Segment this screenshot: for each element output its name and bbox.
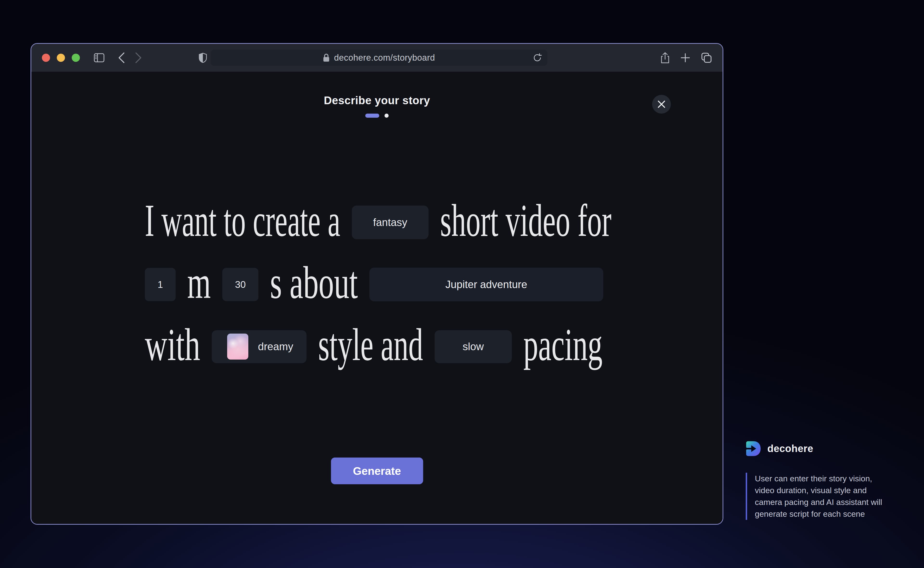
description-line: video duration, visual style and xyxy=(755,485,895,496)
madlib-row-1: I want to create a fantasy short video f… xyxy=(145,205,612,239)
close-button[interactable] xyxy=(652,95,671,113)
browser-toolbar: decohere.com/storyboard xyxy=(31,44,723,72)
reload-icon[interactable] xyxy=(532,53,542,63)
tab-overview-icon[interactable] xyxy=(701,52,712,63)
forward-icon[interactable] xyxy=(135,52,142,63)
decohere-logo-icon xyxy=(746,440,761,457)
traffic-light-minimize[interactable] xyxy=(57,54,65,62)
madlib-text-suffix: short video for xyxy=(440,198,611,243)
new-tab-icon[interactable] xyxy=(680,53,690,63)
feature-description: User can enter their story vision, video… xyxy=(746,473,895,520)
story-madlib-form: I want to create a fantasy short video f… xyxy=(145,205,612,363)
madlib-text-prefix: I want to create a xyxy=(145,198,340,243)
shield-icon[interactable] xyxy=(199,44,207,72)
madlib-text-style-and: style and xyxy=(318,322,423,367)
description-line: camera pacing and AI assistant will xyxy=(755,496,895,508)
brand-name: decohere xyxy=(767,443,813,455)
description-line: User can enter their story vision, xyxy=(755,473,895,485)
progress-indicator xyxy=(31,113,723,118)
description-line: generate script for each scene xyxy=(755,508,895,520)
generate-button[interactable]: Generate xyxy=(331,458,423,484)
back-icon[interactable] xyxy=(118,52,125,63)
minutes-input[interactable]: 1 xyxy=(145,268,176,301)
brand-row: decohere xyxy=(746,440,895,457)
style-label: dreamy xyxy=(258,341,293,353)
close-icon xyxy=(657,100,666,108)
pace-select[interactable]: slow xyxy=(434,330,512,363)
genre-select[interactable]: fantasy xyxy=(352,205,428,239)
style-select[interactable]: dreamy xyxy=(212,330,306,363)
storyboard-page: Describe your story I want to create a f… xyxy=(31,72,723,525)
seconds-input[interactable]: 30 xyxy=(222,268,258,301)
url-text: decohere.com/storyboard xyxy=(334,53,435,63)
madlib-row-3: with dreamy style and slow pacing xyxy=(145,330,612,363)
madlib-text-pacing: pacing xyxy=(523,322,603,367)
sidebar-toggle-icon[interactable] xyxy=(94,53,104,62)
madlib-row-2: 1 m 30 s about xyxy=(145,267,612,301)
share-icon[interactable] xyxy=(660,52,670,63)
traffic-light-zoom[interactable] xyxy=(72,54,80,62)
traffic-light-close[interactable] xyxy=(42,54,50,62)
browser-window: decohere.com/storyboard xyxy=(30,43,724,525)
style-thumbnail xyxy=(227,334,248,360)
page-title: Describe your story xyxy=(31,94,723,107)
traffic-lights xyxy=(42,54,80,62)
madlib-text-about: s about xyxy=(270,260,358,305)
progress-step-inactive xyxy=(384,113,389,118)
progress-step-active xyxy=(365,113,379,118)
madlib-text-minutes-unit: m xyxy=(187,260,211,305)
madlib-text-with: with xyxy=(145,322,200,367)
watermark: decohere User can enter their story visi… xyxy=(746,440,895,520)
topic-input[interactable] xyxy=(369,267,603,301)
url-bar[interactable]: decohere.com/storyboard xyxy=(211,50,547,66)
lock-icon xyxy=(323,53,330,62)
